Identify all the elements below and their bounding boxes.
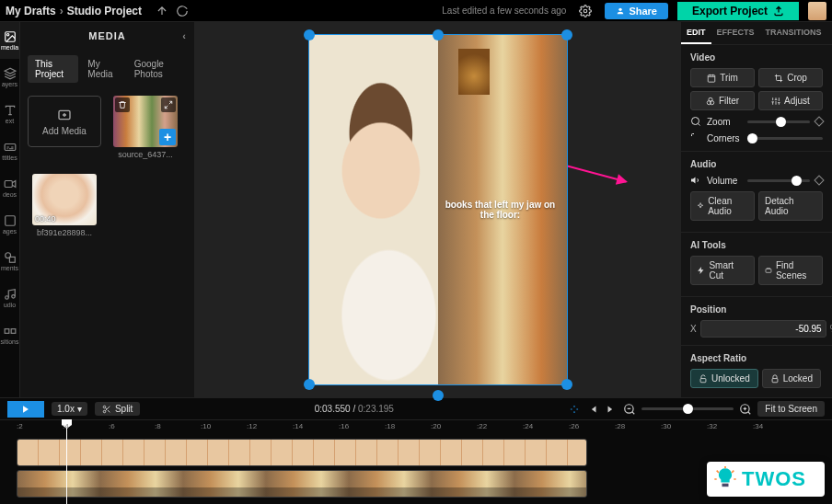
- collapse-icon[interactable]: ‹: [182, 30, 187, 41]
- topbar: My Drafts › Studio Project Last edited a…: [0, 0, 832, 22]
- breadcrumb-project[interactable]: Studio Project: [67, 5, 142, 17]
- bolt-icon: [697, 266, 705, 275]
- add-media-button[interactable]: Add Media: [28, 96, 101, 147]
- tab-effects[interactable]: EFFECTS: [711, 22, 760, 44]
- rail-videos[interactable]: deos: [0, 169, 19, 206]
- resize-handle-tl[interactable]: [304, 29, 315, 40]
- avatar[interactable]: [808, 2, 826, 20]
- rail-elements[interactable]: ments: [0, 243, 19, 280]
- ruler-tick: :26: [569, 422, 579, 430]
- trim-button[interactable]: Trim: [690, 68, 755, 87]
- corners-slider[interactable]: [747, 137, 823, 140]
- playhead-line[interactable]: [66, 435, 67, 504]
- media-item[interactable]: + source_6437...: [109, 96, 182, 159]
- x-input[interactable]: [700, 320, 826, 338]
- prev-clip-icon[interactable]: [586, 403, 599, 416]
- transition-icon: [4, 325, 17, 338]
- svg-rect-11: [5, 329, 9, 334]
- text-icon: [4, 104, 17, 117]
- keyframe-icon[interactable]: [814, 175, 824, 185]
- expand-icon[interactable]: [161, 97, 176, 112]
- media-filename: bf391e28898...: [32, 228, 97, 237]
- next-clip-icon[interactable]: [605, 403, 618, 416]
- rail-media[interactable]: media: [0, 22, 19, 59]
- sidebar-rail: media ayers ext ttitles deos ages ments …: [0, 22, 20, 397]
- keyframe-icon[interactable]: [814, 116, 824, 126]
- svg-point-9: [5, 296, 8, 300]
- rail-images[interactable]: ages: [0, 206, 19, 243]
- ruler-tick: :20: [431, 422, 441, 430]
- breadcrumb-root[interactable]: My Drafts: [6, 5, 56, 17]
- add-to-timeline-button[interactable]: +: [159, 129, 176, 145]
- locked-toggle[interactable]: Locked: [762, 369, 821, 388]
- crop-button[interactable]: Crop: [758, 68, 823, 87]
- svg-point-21: [103, 406, 106, 408]
- tab-transitions[interactable]: TRANSITIONS: [760, 22, 827, 44]
- ruler-tick: :24: [523, 422, 533, 430]
- find-scenes-button[interactable]: Find Scenes: [758, 256, 823, 285]
- ruler-tick: :6: [109, 422, 115, 430]
- tab-timing[interactable]: TIMING: [827, 22, 832, 44]
- resize-handle-tm[interactable]: [433, 29, 444, 40]
- breadcrumb-sep: ›: [60, 5, 64, 17]
- ruler-tick: :14: [293, 422, 303, 430]
- ruler-tick: :8: [155, 422, 161, 430]
- smart-cut-button[interactable]: Smart Cut: [690, 256, 755, 285]
- twos-text: TWOS: [742, 467, 806, 490]
- adjust-button[interactable]: Adjust: [758, 91, 823, 110]
- svg-rect-8: [9, 257, 15, 262]
- rail-audio[interactable]: udio: [0, 280, 19, 316]
- tab-my-media[interactable]: My Media: [80, 55, 124, 83]
- rail-transitions[interactable]: sitions: [0, 316, 19, 353]
- export-button[interactable]: Export Project: [677, 2, 799, 20]
- redo-icon[interactable]: [175, 4, 190, 18]
- clean-audio-button[interactable]: Clean Audio: [690, 191, 755, 221]
- speed-dropdown[interactable]: 1.0x▾: [52, 402, 87, 416]
- fit-to-screen-button[interactable]: Fit to Screen: [757, 401, 825, 417]
- tab-google-photos[interactable]: Google Photos: [127, 55, 187, 83]
- canvas[interactable]: books that left my jaw on the floor:: [195, 22, 680, 397]
- person-preview: [309, 70, 469, 384]
- zoom-out-icon[interactable]: [623, 403, 636, 416]
- rail-layers[interactable]: ayers: [0, 59, 19, 96]
- unlock-icon: [699, 374, 708, 384]
- timeline-zoom-slider[interactable]: [641, 407, 734, 410]
- video-track-2[interactable]: [17, 470, 587, 498]
- scenes-icon: [765, 266, 772, 275]
- volume-slider[interactable]: [747, 179, 810, 182]
- filter-button[interactable]: Filter: [690, 91, 755, 110]
- ruler-tick: :32: [707, 422, 717, 430]
- settings-icon[interactable]: [579, 5, 592, 17]
- volume-label: Volume: [707, 176, 742, 186]
- zoom-slider[interactable]: [747, 120, 810, 123]
- video-track-1[interactable]: [17, 439, 587, 466]
- split-button[interactable]: Split: [95, 402, 140, 416]
- video-selection[interactable]: books that left my jaw on the floor:: [309, 35, 567, 384]
- rotate-handle[interactable]: [433, 390, 444, 401]
- zoom-in-icon[interactable]: [739, 403, 752, 416]
- video-preview[interactable]: books that left my jaw on the floor:: [309, 35, 567, 384]
- trash-icon[interactable]: [115, 97, 130, 112]
- rail-text[interactable]: ext: [0, 96, 19, 132]
- rail-subtitles[interactable]: ttitles: [0, 132, 19, 169]
- section-audio: Audio: [690, 159, 823, 169]
- trim-icon: [707, 74, 716, 83]
- media-item[interactable]: 00:40 bf391e28898...: [28, 174, 101, 237]
- play-button[interactable]: [7, 401, 44, 418]
- tab-this-project[interactable]: This Project: [28, 55, 78, 83]
- share-button[interactable]: Share: [605, 3, 668, 19]
- upload-icon[interactable]: [155, 4, 169, 18]
- resize-handle-tr[interactable]: [561, 29, 572, 40]
- resize-handle-bl[interactable]: [304, 379, 315, 390]
- timeline-ruler[interactable]: :2:4:6:8:10:12:14:16:18:20:22:24:26:28:3…: [0, 420, 832, 435]
- section-aspect: Aspect Ratio: [690, 353, 823, 363]
- detach-audio-button[interactable]: Detach Audio: [758, 191, 823, 221]
- chevron-down-icon: ▾: [77, 404, 82, 414]
- svg-rect-19: [700, 378, 706, 382]
- section-position: Position: [690, 304, 823, 315]
- snap-icon[interactable]: [568, 403, 581, 416]
- resize-handle-br[interactable]: [561, 379, 572, 390]
- breadcrumb[interactable]: My Drafts › Studio Project: [6, 5, 142, 17]
- unlocked-toggle[interactable]: Unlocked: [690, 369, 758, 388]
- tab-edit[interactable]: EDIT: [681, 22, 711, 44]
